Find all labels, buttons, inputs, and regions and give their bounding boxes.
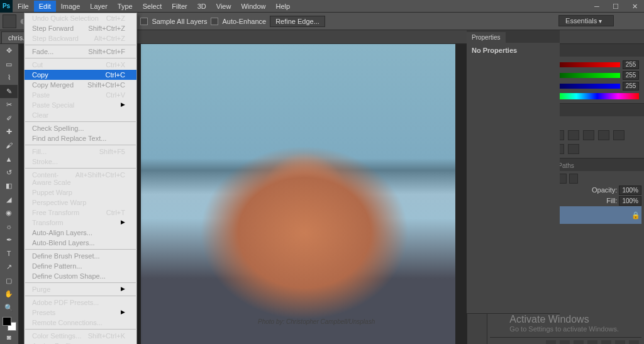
menu-item-undo-quick-selection[interactable]: Undo Quick SelectionCtrl+Z — [25, 13, 136, 23]
edit-menu-dropdown: Undo Quick SelectionCtrl+ZStep ForwardSh… — [24, 13, 137, 344]
minimize-button[interactable]: ─ — [587, 0, 606, 13]
tool-preset-icon[interactable] — [3, 14, 16, 28]
eraser-tool-icon[interactable]: ◧ — [0, 179, 18, 193]
auto-enhance-checkbox[interactable] — [211, 18, 218, 25]
g-value[interactable]: 255 — [623, 71, 639, 80]
sample-all-layers-label: Sample All Layers — [152, 18, 207, 25]
menu-item-step-backward[interactable]: Step BackwardAlt+Ctrl+Z — [25, 33, 136, 43]
opacity-field[interactable]: 100% — [619, 186, 641, 195]
auto-enhance-label: Auto-Enhance — [222, 18, 266, 25]
app-logo: Ps — [0, 0, 13, 13]
maximize-button[interactable]: ☐ — [606, 0, 625, 13]
menu-layer[interactable]: Layer — [85, 1, 113, 12]
selective-color-adj-icon[interactable] — [568, 144, 579, 154]
menu-item-find-and-replace-text: Find and Replace Text... — [25, 133, 136, 143]
foreground-background-swatches[interactable] — [3, 317, 16, 331]
quickmask-icon[interactable]: ◙ — [0, 331, 18, 345]
menu-3d[interactable]: 3D — [192, 1, 211, 12]
menu-item-define-brush-preset: Define Brush Preset... — [25, 251, 136, 261]
gradient-tool-icon[interactable]: ◢ — [0, 193, 18, 207]
menu-item-step-forward: Step ForwardShift+Ctrl+Z — [25, 23, 136, 33]
hue-adj-icon[interactable] — [568, 130, 579, 140]
photo-filter-adj-icon[interactable] — [598, 130, 609, 140]
menu-item-copy-merged: Copy MergedShift+Ctrl+C — [25, 80, 136, 90]
menu-item-fade: Fade...Shift+Ctrl+F — [25, 47, 136, 57]
properties-panel-strip: Properties No Properties — [467, 44, 487, 344]
menu-type[interactable]: Type — [113, 1, 138, 12]
shape-tool-icon[interactable]: ▢ — [0, 274, 18, 288]
no-properties-text: No Properties — [472, 47, 555, 54]
menu-item-paste[interactable]: PasteCtrl+V — [25, 90, 136, 100]
menu-image[interactable]: Image — [56, 1, 86, 12]
menu-item-presets[interactable]: Presets▶ — [25, 308, 136, 318]
menu-help[interactable]: Help — [271, 1, 296, 12]
activate-windows-watermark: Activate Windows Go to Settings to activ… — [509, 314, 619, 333]
blur-tool-icon[interactable]: ◉ — [0, 206, 18, 220]
dodge-tool-icon[interactable]: ☼ — [0, 220, 18, 234]
delete-layer-icon[interactable] — [629, 340, 639, 344]
fill-field[interactable]: 100% — [619, 196, 641, 206]
menu-item-assign-profile[interactable]: Assign Profile... — [25, 341, 136, 344]
type-tool-icon[interactable]: T — [0, 247, 18, 261]
menu-item-color-settings[interactable]: Color Settings...Shift+Ctrl+K — [25, 331, 136, 341]
new-layer-icon[interactable] — [615, 340, 625, 344]
menu-item-fill[interactable]: Fill...Shift+F5 — [25, 147, 136, 157]
brush-tool-icon[interactable]: 🖌 — [0, 139, 18, 153]
menu-select[interactable]: Select — [138, 1, 167, 12]
sample-all-layers-checkbox[interactable] — [140, 18, 148, 25]
channel-mixer-adj-icon[interactable] — [613, 130, 625, 140]
menu-item-define-pattern: Define Pattern... — [25, 261, 136, 271]
menu-edit[interactable]: Edit — [34, 1, 56, 12]
menu-item-auto-align-layers: Auto-Align Layers... — [25, 228, 136, 238]
filter-smart-icon[interactable] — [569, 174, 578, 184]
healing-tool-icon[interactable]: ✚ — [0, 125, 18, 139]
fx-icon[interactable] — [560, 340, 570, 344]
menu-item-copy[interactable]: CopyCtrl+C — [25, 70, 136, 80]
properties-tab[interactable]: Properties — [467, 32, 506, 43]
zoom-tool-icon[interactable]: 🔍 — [0, 301, 18, 315]
bw-adj-icon[interactable] — [583, 130, 594, 140]
menu-item-adobe-pdf-presets[interactable]: Adobe PDF Presets... — [25, 297, 136, 308]
menu-item-transform[interactable]: Transform▶ — [25, 218, 136, 228]
menu-item-remote-connections[interactable]: Remote Connections... — [25, 318, 136, 328]
menu-item-puppet-warp[interactable]: Puppet Warp — [25, 187, 136, 197]
quick-selection-tool-icon[interactable]: ✎ — [0, 85, 18, 99]
workspace-switcher[interactable]: Essentials ▾ — [558, 15, 614, 26]
menu-filter[interactable]: Filter — [167, 1, 192, 12]
menu-item-perspective-warp[interactable]: Perspective Warp — [25, 197, 136, 208]
mask-icon[interactable] — [574, 340, 584, 344]
menu-view[interactable]: View — [211, 1, 236, 12]
link-layers-icon[interactable] — [546, 340, 556, 344]
menu-window[interactable]: Window — [236, 1, 270, 12]
group-icon[interactable] — [601, 340, 611, 344]
r-value[interactable]: 255 — [623, 60, 639, 69]
history-brush-tool-icon[interactable]: ↺ — [0, 166, 18, 180]
menubar: Ps File Edit Image Layer Type Select Fil… — [0, 0, 644, 13]
window-controls: ─ ☐ ✕ — [587, 0, 644, 13]
menu-item-cut[interactable]: CutCtrl+X — [25, 60, 136, 70]
hand-tool-icon[interactable]: ✋ — [0, 287, 18, 301]
menu-item-clear[interactable]: Clear — [25, 110, 136, 120]
photo-credit: Photo by: Christopher Campbell/Unsplash — [258, 318, 375, 325]
menu-item-paste-special[interactable]: Paste Special▶ — [25, 100, 136, 110]
menu-item-free-transform[interactable]: Free TransformCtrl+T — [25, 208, 136, 218]
stamp-tool-icon[interactable]: ▲ — [0, 152, 18, 166]
menu-file[interactable]: File — [13, 1, 34, 12]
move-tool-icon[interactable]: ✥ — [0, 44, 18, 58]
lock-icon: 🔒 — [631, 211, 639, 219]
adjustment-layer-icon[interactable] — [587, 340, 597, 344]
pen-tool-icon[interactable]: ✒ — [0, 233, 18, 247]
menu-item-auto-blend-layers: Auto-Blend Layers... — [25, 238, 136, 248]
close-button[interactable]: ✕ — [625, 0, 644, 13]
refine-edge-button[interactable]: Refine Edge... — [270, 16, 325, 27]
b-value[interactable]: 255 — [623, 82, 639, 91]
crop-tool-icon[interactable]: ✂ — [0, 98, 18, 112]
menu-item-define-custom-shape: Define Custom Shape... — [25, 271, 136, 281]
menu-item-content-aware-scale[interactable]: Content-Aware ScaleAlt+Shift+Ctrl+C — [25, 170, 136, 187]
eyedropper-tool-icon[interactable]: ✐ — [0, 112, 18, 126]
menu-item-purge[interactable]: Purge▶ — [25, 284, 136, 294]
marquee-tool-icon[interactable]: ▭ — [0, 58, 18, 72]
menu-item-stroke[interactable]: Stroke... — [25, 157, 136, 167]
path-tool-icon[interactable]: ↗ — [0, 260, 18, 274]
lasso-tool-icon[interactable]: ⌇ — [0, 71, 18, 85]
